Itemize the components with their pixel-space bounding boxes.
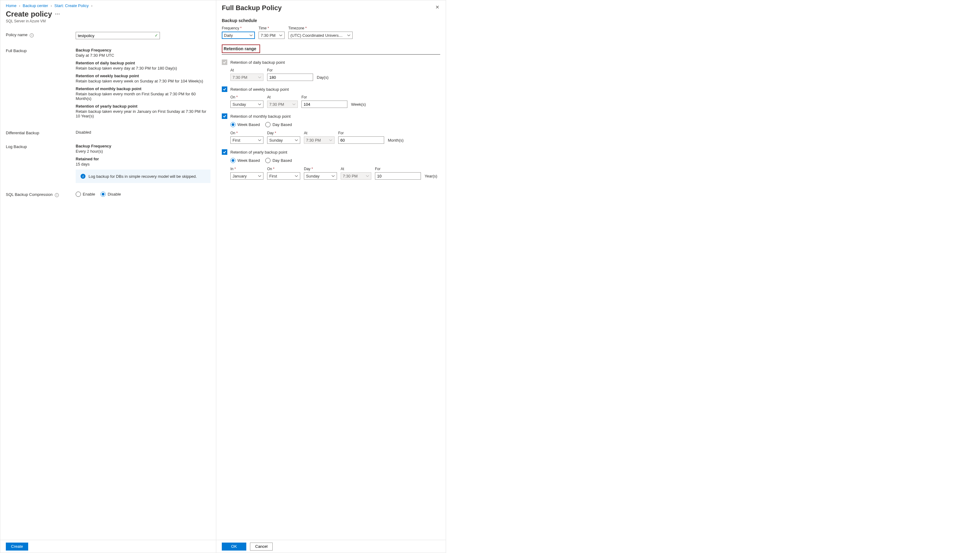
monthly-unit-label: Month(s) [388, 138, 404, 144]
compression-enable-radio[interactable]: Enable [76, 191, 95, 197]
chevron-down-icon [279, 34, 282, 37]
yearly-at-dropdown: 7:30 PM [340, 172, 371, 180]
weekly-retention-label: Retention of weekly backup point [231, 87, 289, 92]
info-icon[interactable]: i [55, 193, 59, 197]
breadcrumb-home[interactable]: Home [6, 3, 16, 8]
yearly-day-dropdown[interactable]: Sunday [304, 172, 337, 180]
weekly-at-dropdown: 7:30 PM [267, 100, 298, 108]
chevron-down-icon [292, 103, 296, 106]
weekly-retention-checkbox[interactable] [222, 86, 227, 92]
full-backup-label: Full Backup [6, 48, 76, 121]
backup-schedule-heading: Backup schedule [222, 18, 440, 23]
breadcrumb-start-create-policy[interactable]: Start: Create Policy [54, 3, 89, 8]
weekly-unit-label: Week(s) [351, 102, 366, 108]
chevron-down-icon [347, 34, 350, 37]
yearly-on-dropdown[interactable]: First [267, 172, 300, 180]
close-icon[interactable]: ✕ [434, 4, 440, 10]
chevron-down-icon [329, 139, 332, 142]
frequency-dropdown[interactable]: Daily [222, 32, 255, 39]
more-actions-button[interactable]: ··· [55, 11, 60, 17]
yearly-for-input[interactable] [375, 172, 421, 180]
chevron-down-icon [258, 76, 261, 79]
log-backup-notice: i Log backup for DBs in simple recovery … [76, 169, 210, 183]
chevron-down-icon [249, 34, 253, 37]
timezone-dropdown[interactable]: (UTC) Coordinated Universal Time [288, 32, 353, 39]
time-dropdown[interactable]: 7:30 PM [259, 32, 285, 39]
breadcrumb: Home› Backup center› Start: Create Polic… [6, 3, 210, 8]
chevron-down-icon [258, 174, 261, 178]
daily-retention-label: Retention of daily backup point [231, 60, 285, 65]
monthly-day-based-radio[interactable]: Day Based [265, 122, 292, 127]
compression-disable-radio[interactable]: Disable [100, 191, 121, 197]
full-backup-summary: Backup FrequencyDaily at 7:30 PM UTC Ret… [76, 48, 210, 121]
daily-unit-label: Day(s) [317, 75, 328, 81]
chevron-down-icon [331, 174, 335, 178]
page-title: Create policy ··· [6, 10, 210, 18]
yearly-retention-checkbox[interactable] [222, 149, 227, 155]
daily-for-input[interactable] [267, 73, 313, 81]
info-icon[interactable]: i [30, 33, 34, 37]
panel-title: Full Backup Policy [222, 4, 282, 12]
monthly-on-dropdown[interactable]: First [231, 136, 264, 144]
page-subtitle: SQL Server in Azure VM [6, 19, 210, 23]
chevron-down-icon [295, 139, 298, 142]
chevron-down-icon [295, 174, 298, 178]
log-backup-summary: Backup FrequencyEvery 2 hour(s) Retained… [76, 144, 210, 183]
yearly-unit-label: Year(s) [425, 174, 437, 180]
chevron-down-icon [258, 139, 261, 142]
weekly-for-input[interactable] [301, 100, 347, 108]
log-backup-label: Log Backup [6, 144, 76, 183]
daily-retention-checkbox [222, 59, 227, 65]
monthly-at-dropdown: 7:30 PM [304, 136, 334, 144]
info-icon: i [81, 174, 86, 179]
compression-label: SQL Backup Compression i [6, 191, 76, 197]
monthly-retention-label: Retention of monthly backup point [231, 114, 291, 119]
differential-backup-value: Disabled [76, 130, 210, 135]
create-button[interactable]: Create [6, 543, 28, 551]
policy-name-input[interactable] [76, 32, 160, 39]
ok-button[interactable]: OK [222, 543, 246, 551]
monthly-week-based-radio[interactable]: Week Based [231, 122, 260, 127]
retention-range-heading: Retention range [222, 45, 260, 53]
daily-at-dropdown: 7:30 PM [231, 73, 264, 81]
yearly-retention-label: Retention of yearly backup point [231, 150, 287, 155]
weekly-on-dropdown[interactable]: Sunday [231, 100, 264, 108]
monthly-day-dropdown[interactable]: Sunday [267, 136, 300, 144]
monthly-retention-checkbox[interactable] [222, 113, 227, 119]
yearly-in-dropdown[interactable]: January [231, 172, 264, 180]
chevron-down-icon [366, 174, 369, 178]
policy-name-label: Policy name i [6, 32, 76, 39]
breadcrumb-backup-center[interactable]: Backup center [23, 3, 48, 8]
differential-backup-label: Differential Backup [6, 130, 76, 135]
yearly-day-based-radio[interactable]: Day Based [265, 158, 292, 163]
cancel-button[interactable]: Cancel [250, 543, 273, 551]
validation-check-icon: ✓ [155, 33, 158, 38]
chevron-down-icon [258, 103, 261, 106]
monthly-for-input[interactable] [338, 136, 384, 144]
yearly-week-based-radio[interactable]: Week Based [231, 158, 260, 163]
